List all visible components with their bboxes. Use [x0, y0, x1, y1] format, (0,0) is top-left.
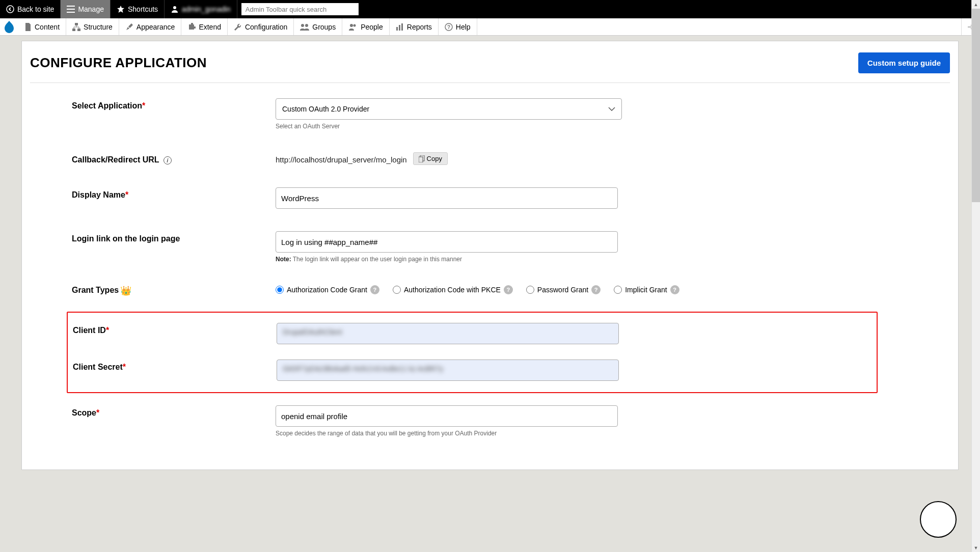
nav-help[interactable]: ?Help	[439, 18, 477, 35]
info-icon[interactable]: i	[164, 156, 172, 164]
nav-content[interactable]: Content	[18, 18, 66, 35]
client-id-label: Client ID*	[73, 323, 277, 335]
svg-rect-10	[399, 25, 400, 31]
arrow-left-icon	[6, 5, 14, 13]
grant-auth-code[interactable]: Authorization Code Grant?	[276, 285, 379, 294]
callback-url-label: Callback/Redirect URL i	[72, 152, 276, 164]
user-menu[interactable]: admin_gonadin	[165, 0, 237, 18]
svg-rect-11	[401, 23, 403, 31]
admin-toolbar: Back to site Manage Shortcuts admin_gona…	[0, 0, 980, 18]
wrench-icon	[234, 23, 242, 31]
display-name-input[interactable]	[276, 187, 618, 209]
star-icon	[117, 5, 125, 13]
client-secret-label: Client Secret*	[73, 360, 277, 372]
callback-url-value: http://localhost/drupal_server/mo_login	[276, 155, 407, 164]
login-link-input[interactable]	[276, 231, 618, 253]
nav-reports[interactable]: Reports	[390, 18, 439, 35]
grant-implicit[interactable]: Implicit Grant?	[614, 285, 679, 294]
svg-text:?: ?	[447, 24, 450, 30]
select-application-value: Custom OAuth 2.0 Provider	[282, 105, 369, 113]
scope-label: Scope*	[72, 405, 276, 418]
login-link-label: Login link on the login page	[72, 231, 276, 243]
shortcuts-label: Shortcuts	[128, 5, 158, 13]
nav-configuration[interactable]: Configuration	[228, 18, 294, 35]
manage-label: Manage	[78, 5, 104, 13]
svg-rect-4	[77, 29, 80, 31]
copy-icon	[419, 155, 425, 162]
back-to-site-label: Back to site	[17, 5, 54, 13]
copy-button[interactable]: Copy	[413, 152, 448, 165]
groups-icon	[300, 23, 309, 31]
document-icon	[24, 23, 32, 31]
help-icon[interactable]: ?	[591, 285, 601, 294]
crown-icon: 👑	[120, 286, 131, 296]
bar-chart-icon	[396, 23, 404, 31]
credentials-highlight: Client ID* DrupalOAuthClient Client Secr…	[67, 312, 878, 393]
page-title: CONFIGURE APPLICATION	[30, 55, 207, 71]
grant-password[interactable]: Password Grant?	[526, 285, 601, 294]
back-to-site-link[interactable]: Back to site	[0, 0, 61, 18]
scope-helper: Scope decides the range of data that you…	[276, 430, 908, 437]
user-name: admin_gonadin	[182, 5, 231, 13]
svg-rect-2	[75, 23, 78, 25]
svg-point-1	[173, 6, 176, 9]
select-application-dropdown[interactable]: Custom OAuth 2.0 Provider	[276, 98, 622, 120]
hamburger-icon	[67, 6, 75, 13]
admin-search-input[interactable]	[241, 3, 359, 15]
manage-toggle[interactable]: Manage	[61, 0, 111, 18]
svg-rect-15	[419, 157, 423, 162]
paintbrush-icon	[125, 23, 133, 31]
svg-point-8	[353, 24, 356, 26]
svg-point-5	[301, 24, 304, 27]
people-icon	[348, 23, 358, 31]
shortcuts-link[interactable]: Shortcuts	[111, 0, 165, 18]
help-icon[interactable]: ?	[370, 285, 379, 294]
grant-types-label: Grant Types👑	[72, 285, 276, 296]
nav-people[interactable]: People	[342, 18, 390, 35]
login-link-note: Note: The login link will appear on the …	[276, 256, 908, 263]
svg-point-7	[350, 24, 353, 27]
grant-pkce[interactable]: Authorization Code with PKCE?	[393, 285, 513, 294]
select-application-helper: Select an OAuth Server	[276, 123, 908, 130]
chevron-down-icon	[608, 107, 615, 111]
custom-setup-guide-button[interactable]: Custom setup guide	[858, 52, 950, 73]
scrollbar[interactable]: ▲ ▼	[971, 0, 980, 552]
drupal-logo-icon[interactable]	[0, 20, 18, 34]
user-icon	[171, 5, 179, 13]
nav-groups[interactable]: Groups	[294, 18, 342, 35]
puzzle-icon	[187, 23, 196, 31]
svg-point-0	[7, 6, 14, 13]
display-name-label: Display Name*	[72, 187, 276, 200]
nav-structure[interactable]: Structure	[66, 18, 119, 35]
scope-input[interactable]	[276, 405, 618, 427]
help-icon[interactable]: ?	[504, 285, 513, 294]
scroll-up-icon[interactable]: ▲	[972, 0, 980, 9]
nav-extend[interactable]: Extend	[181, 18, 228, 35]
select-application-label: Select Application*	[72, 98, 276, 111]
scroll-down-icon[interactable]: ▼	[972, 543, 980, 552]
svg-point-6	[305, 24, 308, 27]
floating-action-button[interactable]	[920, 501, 957, 538]
help-icon: ?	[445, 23, 453, 31]
svg-rect-3	[72, 29, 75, 31]
nav-appearance[interactable]: Appearance	[119, 18, 182, 35]
hierarchy-icon	[72, 23, 80, 31]
admin-subnav: Content Structure Appearance Extend Conf…	[0, 18, 980, 36]
scroll-thumb[interactable]	[972, 9, 980, 202]
help-icon[interactable]: ?	[670, 285, 679, 294]
svg-rect-9	[396, 27, 398, 31]
